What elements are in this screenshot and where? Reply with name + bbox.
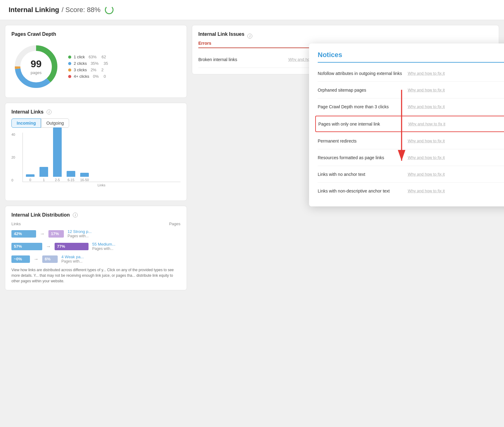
legend-num-4clicks: 0 xyxy=(104,74,106,79)
dist-bar-right-2: 6% xyxy=(42,255,58,263)
internal-links-title: Internal Links xyxy=(11,109,43,115)
y-label-40: 40 xyxy=(11,133,15,136)
notice-name-3: Pages with only one internal link xyxy=(318,122,405,126)
dist-link-label-1[interactable]: 55 Medium... xyxy=(92,242,115,247)
crawl-depth-card: Pages Crawl Depth 99 pa xyxy=(5,25,187,98)
legend-pct-1click: 63% xyxy=(89,55,97,59)
dist-link-label-0[interactable]: 12 Strong p... xyxy=(68,229,92,234)
notice-row-5: Resources formatted as page links Why an… xyxy=(318,149,504,166)
donut-chart: 99 pages xyxy=(11,42,61,91)
notice-row-3-highlighted[interactable]: Pages with only one internal link Why an… xyxy=(315,116,504,132)
dist-header: Links Pages xyxy=(11,222,180,226)
dist-link-label-2[interactable]: 4 Weak pa... xyxy=(61,255,84,259)
bar-label-16-50: 16-50 xyxy=(80,178,89,182)
crawl-depth-legend: 1 click 63% 62 2 clicks 35% 35 3 clicks … xyxy=(68,55,108,79)
legend-label-3clicks: 3 clicks xyxy=(74,68,87,72)
y-axis: 40 20 0 xyxy=(11,133,15,182)
issues-info-icon[interactable]: i xyxy=(247,34,252,39)
notice-fix-4[interactable]: Why and how to fix it xyxy=(408,139,504,143)
dist-sub-1: Pages with... xyxy=(92,247,115,251)
notice-name-5: Resources formatted as page links xyxy=(318,155,404,160)
dist-header-links: Links xyxy=(11,222,21,226)
page-score: / Score: 88% xyxy=(62,6,101,14)
legend-pct-4clicks: 0% xyxy=(93,74,99,79)
notice-fix-1[interactable]: Why and how to fix it xyxy=(408,88,504,92)
right-column: Internal Link Issues i Errors Broken int… xyxy=(192,25,499,295)
dist-row-2: ~0% → 6% 4 Weak pa... Pages with... xyxy=(11,255,180,263)
notice-fix-7[interactable]: Why and how to fix it xyxy=(408,189,504,193)
legend-item-2clicks: 2 clicks 35% 35 xyxy=(68,61,108,66)
internal-links-info-icon[interactable]: i xyxy=(47,110,52,114)
y-label-0: 0 xyxy=(11,178,15,182)
dist-header-pages: Pages xyxy=(169,222,180,226)
tab-incoming[interactable]: Incoming xyxy=(11,118,41,128)
x-axis-title: Links xyxy=(23,183,180,187)
bar-6-15: 6-15 xyxy=(67,171,75,182)
dist-arrow-0: → xyxy=(40,231,45,237)
legend-item-3clicks: 3 clicks 2% 2 xyxy=(68,68,108,72)
notices-title: Notices xyxy=(318,51,504,63)
notice-name-1: Orphaned sitemap pages xyxy=(318,88,404,93)
notice-name-6: Links with no anchor text xyxy=(318,172,404,177)
bar-chart-wrapper: 40 20 0 0 1 2-5 xyxy=(11,133,180,194)
dist-bar-left-1: 57% xyxy=(11,243,42,250)
issues-title: Internal Link Issues xyxy=(198,31,244,37)
dist-arrow-2: → xyxy=(34,256,39,262)
donut-center: 99 pages xyxy=(31,58,42,75)
legend-dot-4clicks xyxy=(68,75,71,78)
legend-label-4clicks: 4+ clicks xyxy=(74,74,89,79)
bar-label-6-15: 6-15 xyxy=(68,178,74,182)
donut-number: 99 xyxy=(31,58,42,70)
notice-row-7: Links with non-descriptive anchor text W… xyxy=(318,183,504,199)
notice-fix-5[interactable]: Why and how to fix it xyxy=(408,155,504,160)
legend-item-4clicks: 4+ clicks 0% 0 xyxy=(68,74,108,79)
distribution-title: Internal Link Distribution xyxy=(11,212,70,218)
legend-pct-3clicks: 2% xyxy=(91,68,97,72)
bar-2-5: 2-5 xyxy=(53,127,62,182)
bar-fill-1 xyxy=(39,167,48,177)
page-header: Internal Linking / Score: 88% xyxy=(0,0,504,20)
bar-chart-inner: 0 1 2-5 6-15 xyxy=(23,133,180,182)
legend-dot-3clicks xyxy=(68,68,71,72)
bar-fill-2-5 xyxy=(53,127,62,177)
page-title: Internal Linking xyxy=(9,6,59,14)
dist-row-0: 42% → 17% 12 Strong p... Pages with... xyxy=(11,229,180,238)
bar-fill-0 xyxy=(26,174,35,177)
dist-bar-left-0: 42% xyxy=(11,230,36,238)
notice-row-2: Page Crawl Depth more than 3 clicks Why … xyxy=(318,98,504,115)
dist-arrow-1: → xyxy=(46,244,51,249)
internal-links-card: Internal Links i Incoming Outgoing 40 20… xyxy=(5,103,187,201)
dist-row-1: 57% → 77% 55 Medium... Pages with... xyxy=(11,242,180,251)
bar-label-2-5: 2-5 xyxy=(55,178,60,182)
notice-row-0: Nofollow attributes in outgoing external… xyxy=(318,65,504,82)
left-column: Pages Crawl Depth 99 pa xyxy=(5,25,187,295)
notice-fix-3[interactable]: Why and how to fix it xyxy=(408,122,504,126)
bar-0: 0 xyxy=(26,174,35,182)
notice-fix-2[interactable]: Why and how to fix it xyxy=(408,104,504,109)
distribution-card: Internal Link Distribution i Links Pages… xyxy=(5,206,187,290)
legend-label-2clicks: 2 clicks xyxy=(74,61,87,66)
dist-label-col-1: 55 Medium... Pages with... xyxy=(92,242,115,251)
tab-outgoing[interactable]: Outgoing xyxy=(41,118,69,128)
notice-fix-6[interactable]: Why and how to fix it xyxy=(408,172,504,176)
notice-fix-0[interactable]: Why and how to fix it xyxy=(408,71,504,76)
dist-label-col-2: 4 Weak pa... Pages with... xyxy=(61,255,84,263)
dist-bar-left-2: ~0% xyxy=(11,255,30,263)
dist-bar-right-0: 17% xyxy=(48,230,64,238)
bar-fill-16-50 xyxy=(80,173,89,177)
dist-description: View how links are distributed across di… xyxy=(11,267,180,284)
dist-bar-right-1: 77% xyxy=(55,243,89,250)
notice-name-0: Nofollow attributes in outgoing external… xyxy=(318,71,404,76)
bar-fill-6-15 xyxy=(67,171,75,177)
legend-dot-1click xyxy=(68,56,71,59)
donut-label: pages xyxy=(31,70,41,75)
legend-label-1click: 1 click xyxy=(74,55,85,59)
legend-num-1click: 62 xyxy=(101,55,106,59)
notice-row-6: Links with no anchor text Why and how to… xyxy=(318,166,504,183)
notice-name-7: Links with non-descriptive anchor text xyxy=(318,189,404,193)
dist-sub-0: Pages with... xyxy=(68,234,92,238)
notice-name-4: Permanent redirects xyxy=(318,139,404,143)
distribution-info-icon[interactable]: i xyxy=(73,213,78,218)
bar-label-0: 0 xyxy=(29,178,31,182)
legend-dot-2clicks xyxy=(68,62,71,65)
